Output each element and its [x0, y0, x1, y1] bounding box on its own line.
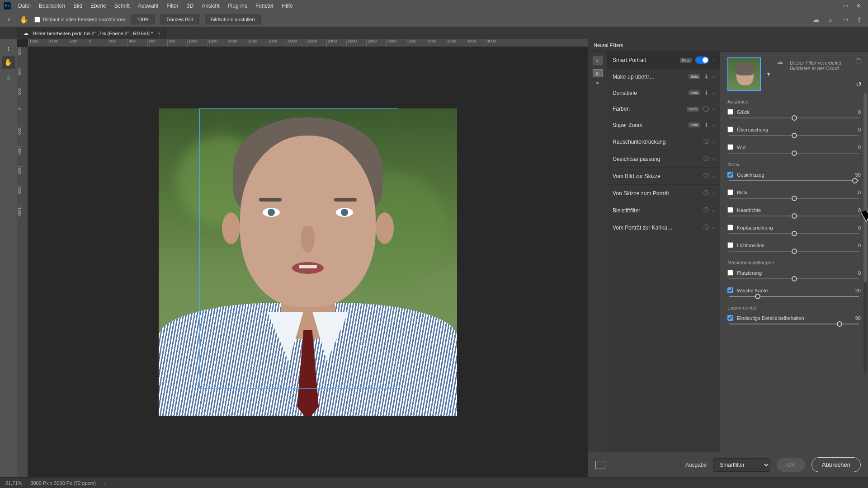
document-tab[interactable]: ☁ Bilder bearbeiten.psdc bei 21,7% (Eben…	[17, 28, 167, 38]
slider-track-gesichtszug[interactable]	[729, 180, 859, 181]
slider-track-ueberraschung[interactable]	[729, 135, 859, 136]
filter-row-bleistiftfilter[interactable]: Bleistiftfilterⓘ›	[607, 202, 720, 219]
slider-thumb-lichtposition[interactable]	[792, 249, 797, 254]
slider-thumb-weichekante[interactable]	[755, 294, 760, 299]
slider-thumb-platzierung[interactable]	[792, 276, 797, 282]
slider-track-wut[interactable]	[729, 153, 859, 154]
slider-thumb-gesichtszug[interactable]	[852, 178, 858, 183]
info-icon[interactable]: ⓘ	[703, 224, 709, 231]
preview-toggle-icon[interactable]	[595, 461, 605, 469]
info-icon[interactable]: ⓘ	[703, 189, 709, 197]
slider-track-lichtposition[interactable]	[729, 251, 859, 252]
filter-row-gesichtsanpassung[interactable]: Gesichtsanpassungⓘ›	[607, 150, 720, 168]
output-select[interactable]: Smartfilter	[713, 458, 770, 472]
move-tool[interactable]: ↕	[2, 42, 15, 54]
filter-row-von-skizze-zum-portr-t[interactable]: Von Skizze zum Porträtⓘ›	[607, 185, 720, 202]
download-icon[interactable]: ⬇	[704, 122, 709, 128]
menu-ebene[interactable]: Ebene	[87, 1, 110, 11]
category-portrait[interactable]: ◐	[593, 69, 603, 77]
slider-track-weichekante[interactable]	[729, 296, 859, 297]
chevron-right-icon[interactable]: ›	[712, 225, 714, 230]
workspace-icon[interactable]: ▭	[841, 15, 849, 23]
window-maximize[interactable]: ▭	[843, 3, 848, 9]
hand-tool[interactable]: ✋	[2, 56, 15, 69]
chevron-right-icon[interactable]: ›	[712, 106, 714, 112]
filter-row-smart-portrait[interactable]: Smart PortraitBeta›	[607, 52, 720, 69]
filter-toggle[interactable]	[695, 56, 709, 64]
filter-row-dunsttiefe[interactable]: DunsttiefeBeta⬇›	[607, 85, 720, 101]
filter-row-super-zoom[interactable]: Super ZoomBeta⬇›	[607, 117, 720, 133]
menu-3d[interactable]: 3D	[183, 1, 197, 11]
slider-check-gesichtszug[interactable]	[727, 172, 733, 178]
filter-row-rauschunterdr-ckung[interactable]: Rauschunterdrückungⓘ›	[607, 133, 720, 150]
menu-ansicht[interactable]: Ansicht	[198, 1, 223, 11]
slider-thumb-haardichte[interactable]	[792, 213, 797, 219]
canvas-image[interactable]	[159, 108, 457, 416]
back-button[interactable]: ‹	[5, 15, 14, 24]
slider-track-kopfausrichtung[interactable]	[729, 233, 859, 234]
menu-bild[interactable]: Bild	[70, 1, 86, 11]
cloud-user-icon[interactable]: ☁	[812, 15, 820, 23]
chevron-right-icon[interactable]: ›	[712, 139, 714, 145]
slider-thumb-glueck[interactable]	[792, 115, 797, 121]
slider-check-haardichte[interactable]	[727, 207, 733, 213]
menu-schrift[interactable]: Schrift	[111, 1, 133, 11]
menu-bearbeiten[interactable]: Bearbeiten	[35, 1, 69, 11]
share-icon[interactable]: ⇪	[855, 15, 863, 23]
chevron-right-icon[interactable]: ›	[712, 90, 714, 96]
chevron-right-icon[interactable]: ›	[712, 122, 714, 128]
slider-track-blick[interactable]	[729, 198, 859, 199]
slider-thumb-ueberraschung[interactable]	[792, 133, 797, 138]
chevron-right-icon[interactable]: ›	[712, 74, 714, 80]
scroll-all-windows-check[interactable]: Bildlauf in allen Fenstern durchführen	[34, 17, 125, 23]
cancel-button[interactable]: Abbrechen	[811, 457, 861, 472]
slider-check-wut[interactable]	[727, 144, 733, 150]
chevron-right-icon[interactable]: ›	[712, 208, 714, 213]
chevron-right-icon[interactable]: ›	[712, 156, 714, 162]
info-icon[interactable]: ⓘ	[703, 172, 709, 180]
menu-plugins[interactable]: Plug-ins	[224, 1, 251, 11]
slider-check-ueberraschung[interactable]	[727, 127, 733, 132]
ring-icon[interactable]	[703, 106, 709, 112]
close-tab-icon[interactable]: ×	[157, 31, 160, 36]
slider-thumb-blick[interactable]	[792, 196, 797, 201]
window-minimize[interactable]: —	[830, 3, 835, 9]
info-icon[interactable]: ⓘ	[703, 206, 709, 214]
fill-screen-button[interactable]: Bildschirm ausfüllen	[205, 14, 261, 24]
filter-row-make-up-bertr-[interactable]: Make-up übertr…Beta⬇›	[607, 69, 720, 85]
menu-auswahl[interactable]: Auswahl	[134, 1, 162, 11]
hand-tool-icon[interactable]: ✋	[19, 14, 29, 24]
menu-hilfe[interactable]: Hilfe	[278, 1, 297, 11]
slider-thumb-details[interactable]	[837, 321, 842, 327]
slider-track-glueck[interactable]	[729, 117, 859, 118]
slider-check-weichekante[interactable]	[727, 287, 733, 293]
reset-icon[interactable]: ↺	[856, 80, 862, 89]
scroll-all-windows-checkbox[interactable]	[34, 17, 40, 23]
slider-check-lichtposition[interactable]	[727, 242, 733, 248]
face-thumbnail[interactable]	[727, 57, 761, 91]
menu-datei[interactable]: Datei	[14, 1, 34, 11]
filter-row-vom-bild-zur-skizze[interactable]: Vom Bild zur Skizzeⓘ›	[607, 168, 720, 185]
filter-row-farben[interactable]: FarbenBeta›	[607, 101, 720, 117]
chevron-right-icon[interactable]: ›	[712, 191, 714, 196]
chevron-right-icon[interactable]: ›	[712, 57, 714, 63]
download-icon[interactable]: ⬇	[704, 89, 709, 96]
window-close[interactable]: ✕	[856, 3, 861, 9]
slider-check-details[interactable]	[727, 315, 733, 321]
status-chevron-icon[interactable]: ›	[104, 480, 106, 486]
slider-thumb-kopfausrichtung[interactable]	[792, 231, 797, 236]
slider-track-haardichte[interactable]	[729, 216, 859, 216]
filter-row-vom-portr-t-zur-karika-[interactable]: Vom Porträt zur Karika…ⓘ›	[607, 219, 720, 236]
slider-check-kopfausrichtung[interactable]	[727, 225, 733, 230]
zoom-level-button[interactable]: 100%	[131, 14, 155, 24]
slider-check-platzierung[interactable]	[727, 270, 733, 276]
chevron-right-icon[interactable]: ›	[712, 174, 714, 179]
ok-button[interactable]: OK	[777, 458, 805, 472]
slider-thumb-wut[interactable]	[792, 150, 797, 156]
category-all[interactable]: ≡	[593, 56, 603, 65]
fit-image-button[interactable]: Ganzes Bild	[160, 14, 199, 24]
menu-filter[interactable]: Filter	[163, 1, 182, 11]
slider-track-details[interactable]	[729, 324, 859, 324]
zoom-tool[interactable]: ⌕	[2, 70, 15, 83]
face-select-dropdown[interactable]: ▾	[767, 71, 770, 77]
